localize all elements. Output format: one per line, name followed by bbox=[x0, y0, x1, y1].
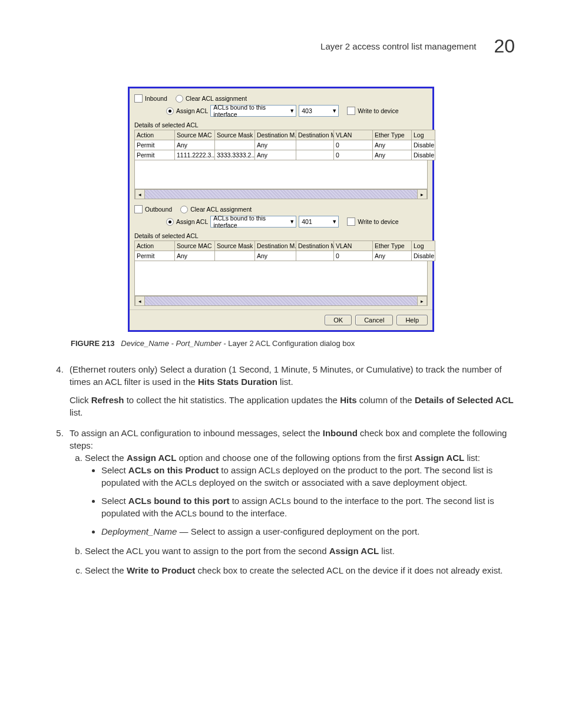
col-header[interactable]: Source MAC bbox=[175, 241, 215, 251]
scroll-left-icon[interactable]: ◂ bbox=[135, 190, 145, 199]
col-header[interactable]: Destination M... bbox=[255, 241, 296, 251]
outbound-hscrollbar[interactable]: ◂ ▸ bbox=[134, 296, 428, 306]
scroll-right-icon[interactable]: ▸ bbox=[417, 297, 427, 305]
inbound-label: Inbound bbox=[145, 95, 167, 102]
col-header[interactable]: Destination M... bbox=[296, 130, 334, 140]
col-header[interactable]: Source Mask bbox=[215, 241, 255, 251]
outbound-clear-radio[interactable] bbox=[180, 206, 188, 213]
col-header[interactable]: VLAN bbox=[334, 241, 373, 251]
inbound-assign-label: Assign ACL bbox=[176, 107, 208, 114]
substep-a: Select the Assign ACL option and choose … bbox=[85, 452, 515, 538]
chevron-down-icon: ▼ bbox=[289, 219, 295, 225]
outbound-write-checkbox[interactable] bbox=[347, 218, 355, 226]
cancel-button[interactable]: Cancel bbox=[355, 315, 393, 325]
instruction-steps: (Ethernet routers only) Select a duratio… bbox=[47, 363, 515, 577]
bullet-item: Deployment_Name — Select to assign a use… bbox=[101, 525, 515, 538]
col-header[interactable]: Source Mask bbox=[215, 130, 255, 140]
inbound-write-label: Write to device bbox=[358, 107, 398, 114]
col-header[interactable]: Ether Type bbox=[373, 241, 412, 251]
col-header[interactable]: Action bbox=[135, 241, 175, 251]
outbound-assign-radio[interactable] bbox=[166, 218, 174, 226]
figure-caption: FIGURE 213 Device_Name - Port_Number - L… bbox=[71, 339, 515, 348]
outbound-details-table: Action Source MAC Source Mask Destinatio… bbox=[134, 241, 435, 261]
col-header[interactable]: Action bbox=[135, 130, 175, 140]
col-header[interactable]: VLAN bbox=[334, 130, 373, 140]
scroll-left-icon[interactable]: ◂ bbox=[135, 297, 145, 305]
col-header[interactable]: Log bbox=[412, 241, 435, 251]
col-header[interactable]: Ether Type bbox=[373, 130, 412, 140]
col-header[interactable]: Log bbox=[412, 130, 435, 140]
outbound-write-label: Write to device bbox=[358, 218, 398, 225]
inbound-clear-radio[interactable] bbox=[176, 95, 183, 103]
col-header[interactable]: Destination M... bbox=[296, 241, 334, 251]
inbound-table-empty-area bbox=[134, 160, 428, 189]
chapter-number: 20 bbox=[494, 35, 515, 57]
step-4: (Ethernet routers only) Select a duratio… bbox=[66, 363, 515, 419]
ok-button[interactable]: OK bbox=[325, 315, 352, 325]
outbound-details-title: Details of selected ACL bbox=[134, 232, 428, 239]
outbound-acl-id-select[interactable]: 401▼ bbox=[299, 216, 339, 228]
section-title: Layer 2 access control list management bbox=[320, 41, 476, 51]
inbound-checkbox[interactable] bbox=[134, 94, 143, 103]
col-header[interactable]: Source MAC bbox=[175, 130, 215, 140]
outbound-table-empty-area bbox=[134, 261, 428, 296]
table-row[interactable]: Permit Any Any 0 Any Disable bbox=[135, 140, 435, 150]
table-row[interactable]: Permit Any Any 0 Any Disable bbox=[135, 251, 435, 261]
inbound-write-checkbox[interactable] bbox=[347, 107, 355, 115]
outbound-assign-label: Assign ACL bbox=[176, 218, 208, 225]
col-header[interactable]: Destination M... bbox=[255, 130, 296, 140]
table-row[interactable]: Permit 1111.2222.3... 3333.3333.2... Any… bbox=[135, 150, 435, 160]
inbound-hscrollbar[interactable]: ◂ ▸ bbox=[134, 189, 428, 199]
outbound-checkbox[interactable] bbox=[134, 205, 143, 213]
inbound-details-table: Action Source MAC Source Mask Destinatio… bbox=[134, 130, 435, 160]
bullet-item: Select ACLs bound to this port to assign… bbox=[101, 495, 515, 519]
substep-c: Select the Write to Product check box to… bbox=[85, 564, 515, 577]
help-button[interactable]: Help bbox=[396, 315, 428, 325]
outbound-clear-label: Clear ACL assignment bbox=[190, 206, 252, 213]
outbound-acl-scope-select[interactable]: ACLs bound to this interface▼ bbox=[210, 216, 296, 228]
bullet-item: Select ACLs on this Product to assign AC… bbox=[101, 464, 515, 489]
chevron-down-icon: ▼ bbox=[332, 219, 337, 225]
inbound-acl-scope-select[interactable]: ACLs bound to this interface▼ bbox=[210, 105, 296, 117]
inbound-assign-radio[interactable] bbox=[166, 107, 174, 115]
chevron-down-icon: ▼ bbox=[332, 108, 337, 114]
scroll-right-icon[interactable]: ▸ bbox=[417, 190, 427, 199]
substep-b: Select the ACL you want to assign to the… bbox=[85, 545, 515, 557]
inbound-details-title: Details of selected ACL bbox=[134, 121, 428, 129]
acl-config-dialog: Inbound Clear ACL assignment Assign ACL … bbox=[128, 87, 434, 332]
step-5: To assign an ACL configuration to inboun… bbox=[66, 427, 515, 577]
chevron-down-icon: ▼ bbox=[289, 108, 295, 114]
inbound-clear-label: Clear ACL assignment bbox=[186, 95, 247, 102]
inbound-acl-id-select[interactable]: 403▼ bbox=[299, 105, 339, 117]
outbound-label: Outbound bbox=[145, 206, 172, 213]
page-header: Layer 2 access control list management 2… bbox=[47, 35, 515, 57]
